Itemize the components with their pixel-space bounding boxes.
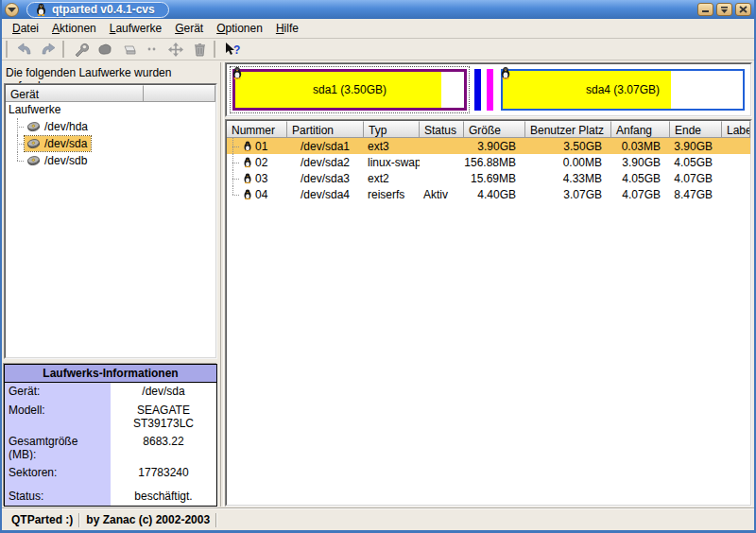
left-panel: Die folgenden Laufwerke wurden gefunden:…: [4, 62, 217, 507]
whats-this-icon: ?: [225, 43, 241, 57]
close-button[interactable]: [735, 3, 751, 16]
statusbar-app-text: QTParted :): [6, 513, 78, 526]
right-panel: sda1 (3.50GB) sda4 (3.07GB): [225, 62, 752, 507]
column-header-benutzer-platz[interactable]: Benutzer Platz: [525, 121, 611, 138]
tux-icon: [243, 140, 252, 152]
partition-block-sda2[interactable]: [474, 69, 481, 111]
column-header-label[interactable]: Label: [722, 121, 750, 138]
tree-branch: [229, 138, 240, 154]
property-button[interactable]: [70, 40, 93, 60]
minimize-button[interactable]: [697, 3, 713, 16]
info-row-modell: Modell: SEAGATE ST39173LC: [5, 398, 216, 430]
info-value: /dev/sda: [111, 383, 216, 398]
info-row-status: Status: beschäftigt.: [5, 484, 216, 506]
tree-branch: [229, 186, 240, 202]
empty-column-header[interactable]: [144, 85, 215, 102]
cell-ende: 8.47GB: [670, 186, 722, 202]
column-header-ende[interactable]: Ende: [670, 121, 722, 138]
column-header-partition[interactable]: Partition: [287, 121, 364, 138]
table-row-sda2[interactable]: 02 /dev/sda2 linux-swap 156.88MB 0.00MB …: [227, 154, 750, 170]
info-label: Sektoren:: [5, 460, 111, 483]
cell-status: [420, 154, 464, 170]
info-label: Status:: [5, 484, 111, 506]
menu-laufwerke[interactable]: Laufwerke: [103, 20, 168, 37]
titlebar: qtparted v0.4.1-cvs: [2, 0, 754, 19]
tux-icon: [243, 172, 252, 184]
partition-block-sda3[interactable]: [487, 69, 493, 111]
cell-partition: /dev/sda4: [287, 186, 364, 202]
cell-typ: ext3: [364, 138, 420, 154]
tree-branch: [229, 170, 240, 186]
svg-text:?: ?: [233, 43, 240, 57]
toolbar-separator: [214, 41, 218, 58]
erase-button[interactable]: [117, 40, 140, 60]
cell-partition: /dev/sda1: [287, 138, 364, 154]
partition-label-sda4: sda4 (3.07GB): [503, 71, 743, 109]
cell-benutzer-platz: 4.33MB: [525, 170, 611, 186]
column-header-groesse[interactable]: Größe: [464, 121, 525, 138]
menu-hilfe[interactable]: Hilfe: [269, 20, 305, 37]
tux-icon: [232, 66, 243, 79]
cell-benutzer-platz: 3.07GB: [525, 186, 611, 202]
info-label: Modell:: [5, 398, 111, 430]
tree-item-label: /dev/sda: [44, 137, 87, 150]
chevron-down-icon: [8, 7, 16, 12]
partition-block-sda1[interactable]: sda1 (3.50GB): [231, 67, 469, 112]
partition-label-sda1: sda1 (3.50GB): [235, 72, 464, 108]
undo-icon: [17, 43, 32, 56]
maximize-button[interactable]: [716, 3, 732, 16]
delete-button[interactable]: [188, 40, 211, 60]
partition-block-sda4[interactable]: sda4 (3.07GB): [499, 67, 747, 112]
info-row-gesamtgroesse: Gesamtgröße (MB): 8683.22: [5, 430, 216, 460]
menu-optionen[interactable]: Optionen: [210, 20, 269, 37]
menu-datei[interactable]: Datei: [6, 20, 45, 37]
statusbar-credit-text: by Zanac (c) 2002-2003: [80, 513, 215, 526]
cell-anfang: 3.90GB: [611, 154, 670, 170]
statusbar: QTParted :) by Zanac (c) 2002-2003: [2, 508, 754, 530]
cell-nummer: 01: [255, 140, 267, 153]
column-header-nummer[interactable]: Nummer: [227, 121, 287, 138]
close-icon: [739, 6, 747, 13]
table-row-sda3[interactable]: 03 /dev/sda3 ext2 15.69MB 4.33MB 4.05GB …: [227, 170, 750, 186]
drive-info-title: Laufwerks-Informationen: [5, 365, 216, 383]
tree-item-dev-sdb[interactable]: /dev/sdb: [6, 152, 215, 169]
ellipsis-button[interactable]: [141, 40, 163, 60]
tree-item-dev-sda[interactable]: /dev/sda: [6, 135, 215, 152]
cell-anfang: 4.07GB: [611, 186, 670, 202]
whats-this-button[interactable]: ?: [221, 40, 244, 60]
cell-anfang: 4.05GB: [611, 170, 670, 186]
menu-aktionen[interactable]: Aktionen: [45, 20, 103, 37]
device-column-header[interactable]: Gerät: [6, 85, 144, 102]
eraser-icon: [121, 43, 136, 56]
cell-nummer: 03: [255, 172, 267, 185]
undo-button[interactable]: [13, 40, 36, 60]
resize-move-button[interactable]: [164, 40, 187, 60]
cell-typ: ext2: [364, 170, 420, 186]
cell-label: [722, 186, 750, 202]
format-button[interactable]: [94, 40, 116, 60]
column-header-typ[interactable]: Typ: [364, 121, 420, 138]
menu-geraet[interactable]: Gerät: [168, 20, 210, 37]
table-row-sda4[interactable]: 04 /dev/sda4 reiserfs Aktiv 4.40GB 3.07G…: [227, 186, 750, 202]
tree-root-laufwerke[interactable]: Laufwerke: [6, 102, 215, 118]
partition-table-header: Nummer Partition Typ Status Größe Benutz…: [227, 121, 750, 138]
table-row-sda1[interactable]: 01 /dev/sda1 ext3 3.90GB 3.50GB 0.03MB 3…: [227, 138, 750, 154]
toolbar-separator: [62, 41, 67, 58]
info-row-geraet: Gerät: /dev/sda: [5, 383, 216, 398]
toolbar: ?: [2, 39, 754, 60]
column-header-status[interactable]: Status: [420, 121, 464, 138]
disk-icon: [26, 155, 41, 166]
info-row-sektoren: Sektoren: 17783240: [5, 460, 216, 483]
cell-status: [420, 170, 464, 186]
disk-icon: [26, 138, 41, 149]
redo-button[interactable]: [37, 40, 60, 60]
cell-benutzer-platz: 3.50GB: [525, 138, 611, 154]
window-menu-button[interactable]: [5, 3, 19, 17]
tree-item-dev-hda[interactable]: /dev/hda: [6, 118, 215, 135]
column-header-anfang[interactable]: Anfang: [611, 121, 670, 138]
tree-item-label: /dev/sdb: [44, 154, 87, 167]
cell-label: [722, 154, 750, 170]
toolbar-grip[interactable]: [6, 41, 10, 58]
splitter[interactable]: [217, 62, 225, 507]
window-title: qtparted v0.4.1-cvs: [52, 3, 155, 16]
